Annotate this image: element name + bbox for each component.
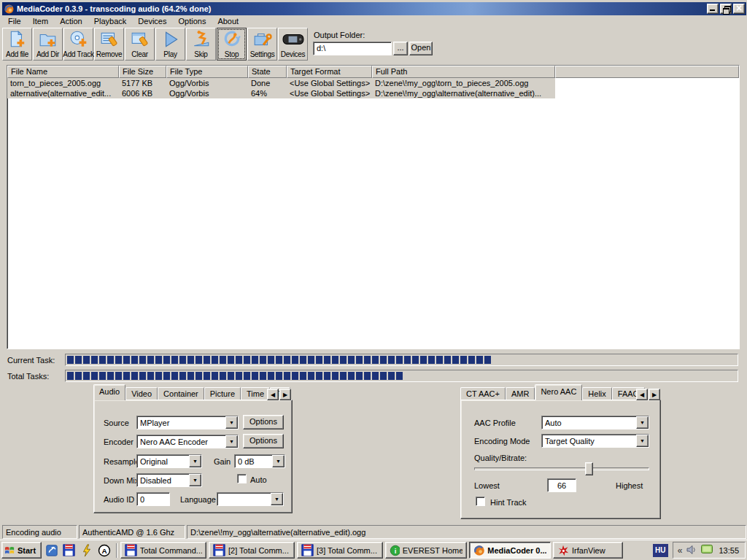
encoder-tab-ct-aac[interactable]: CT AAC+ [460, 387, 506, 400]
task-button-everest-home[interactable]: iEVEREST Home ... [385, 542, 467, 559]
quality-slider-thumb[interactable] [585, 462, 593, 475]
progress-block [83, 356, 90, 364]
table-cell-filler [555, 78, 739, 88]
task-button-mediacoder-0[interactable]: MediaCoder 0.... [469, 542, 551, 559]
audio-id-input[interactable]: 0 [136, 492, 170, 506]
remove-button[interactable]: Remove [94, 28, 124, 61]
skip-button[interactable]: Skip [186, 28, 216, 61]
output-folder-input[interactable]: d:\ [313, 42, 392, 55]
add-file-icon [8, 28, 27, 50]
column-header-file-name[interactable]: File Name [7, 66, 119, 78]
tray-clock[interactable]: 13:55 [719, 546, 739, 555]
menu-devices[interactable]: Devices [132, 16, 172, 28]
encoder-select[interactable]: Nero AAC Encoder [136, 435, 239, 448]
file-list[interactable]: File NameFile SizeFile TypeStateTarget F… [7, 65, 740, 349]
winamp-lightning-icon[interactable] [79, 542, 94, 558]
dropdown-arrow-icon[interactable] [636, 416, 649, 429]
column-header-file-size[interactable]: File Size [119, 66, 166, 78]
dropdown-arrow-icon[interactable] [636, 435, 649, 447]
devices-button[interactable]: Devices [278, 28, 308, 61]
column-header-file-type[interactable]: File Type [166, 66, 248, 78]
clear-button[interactable]: Clear [125, 28, 155, 61]
task-button-3-total-comm[interactable]: [3] Total Comm... [297, 542, 383, 559]
add-dir-button[interactable]: Add Dir [33, 28, 63, 61]
aac-profile-label: AAC Profile [474, 419, 516, 427]
source-select[interactable]: MPlayer [136, 416, 239, 429]
language-select[interactable] [217, 492, 284, 506]
column-header-state[interactable]: State [248, 66, 287, 78]
progress-block [284, 372, 290, 380]
show-desktop-icon[interactable] [44, 542, 59, 558]
dropdown-arrow-icon[interactable] [189, 474, 201, 486]
total-commander-icon[interactable] [61, 542, 77, 558]
volume-icon[interactable] [686, 544, 697, 557]
stop-button[interactable]: Stop [217, 28, 247, 61]
encoding-mode-select[interactable]: Target Quality [541, 434, 649, 448]
gain-select[interactable]: 0 dB [234, 454, 285, 468]
output-folder-group: Output Folder: d:\ ... Open [313, 29, 488, 60]
dropdown-arrow-icon[interactable] [271, 493, 283, 505]
toolbar-button-label: Settings [250, 50, 275, 58]
progress-block [268, 356, 274, 364]
close-button[interactable] [733, 4, 745, 14]
aac-profile-select[interactable]: Auto [541, 416, 649, 429]
language-indicator[interactable]: HU [653, 544, 668, 557]
menu-file[interactable]: File [2, 16, 27, 28]
source-options-button[interactable]: Options [243, 415, 284, 429]
encoder-tab-nero-aac[interactable]: Nero AAC [535, 384, 582, 400]
dropdown-arrow-icon[interactable] [272, 455, 285, 467]
task-button-irfanview[interactable]: IrfanView [553, 542, 623, 559]
progress-block [348, 372, 355, 380]
audio-tab-picture[interactable]: Picture [204, 387, 241, 400]
menu-options[interactable]: Options [172, 16, 212, 28]
resample-label: Resample [104, 457, 140, 466]
encoder-options-button[interactable]: Options [243, 434, 284, 448]
column-header-target-format[interactable]: Target Format [287, 66, 372, 78]
task-button-2-total-comm[interactable]: [2] Total Comm... [209, 542, 295, 559]
audio-tab-video[interactable]: Video [125, 387, 158, 400]
tab-scroll-left-icon[interactable]: ◀ [267, 389, 279, 400]
collapse-chevron-icon[interactable]: « [678, 545, 683, 556]
settings-button[interactable]: Settings [247, 28, 277, 61]
quality-slider-track[interactable] [474, 467, 649, 470]
minimize-button[interactable] [707, 4, 719, 14]
tab-scroll-right-icon[interactable]: ▶ [649, 389, 660, 400]
menu-about[interactable]: About [212, 16, 244, 28]
auto-checkbox[interactable] [237, 474, 247, 483]
column-header-full-path[interactable]: Full Path [372, 66, 555, 78]
audio-tab-container[interactable]: Container [158, 387, 204, 400]
hint-track-checkbox[interactable] [476, 497, 485, 506]
quality-value-input[interactable]: 66 [547, 478, 576, 492]
network-monitor-icon[interactable] [701, 544, 713, 556]
dropdown-arrow-icon[interactable] [225, 416, 238, 429]
start-button[interactable]: Start [1, 542, 42, 559]
progress-block [187, 372, 194, 380]
toolbar-button-label: Skip [194, 50, 207, 58]
menu-action[interactable]: Action [54, 16, 88, 28]
restore-button[interactable] [720, 4, 732, 14]
menu-item[interactable]: Item [27, 16, 54, 28]
browse-button[interactable]: ... [393, 42, 408, 55]
add-track-button[interactable]: Add Track [63, 28, 93, 61]
encoder-tab-helix[interactable]: Helix [582, 387, 611, 400]
audio-tab-audio[interactable]: Audio [93, 384, 125, 400]
circled-a-icon[interactable]: A [96, 542, 112, 558]
tab-scroll-right-icon[interactable]: ▶ [279, 389, 291, 400]
menu-playback[interactable]: Playback [88, 16, 133, 28]
table-row[interactable]: torn_to_pieces_2005.ogg5177 KBOgg/Vorbis… [7, 78, 739, 88]
progress-block [139, 372, 146, 380]
dropdown-arrow-icon[interactable] [189, 455, 201, 467]
task-button-total-command[interactable]: Total Command... [120, 542, 206, 559]
tab-scroll-left-icon[interactable]: ◀ [636, 389, 648, 400]
dropdown-arrow-icon[interactable] [225, 435, 238, 448]
encoder-tab-amr[interactable]: AMR [506, 387, 535, 400]
open-button[interactable]: Open [409, 42, 433, 55]
resample-select[interactable]: Original [136, 454, 202, 468]
downmix-select[interactable]: Disabled [136, 473, 202, 487]
progress-block [260, 356, 266, 364]
status-panel-2: AuthenticAMD @ 1.6 Ghz [79, 525, 185, 539]
audio-tab-time[interactable]: Time [241, 387, 270, 400]
add-file-button[interactable]: Add file [2, 28, 32, 61]
table-row[interactable]: alternative(alternative_edit...6006 KBOg… [7, 88, 739, 98]
play-button[interactable]: Play [155, 28, 185, 61]
